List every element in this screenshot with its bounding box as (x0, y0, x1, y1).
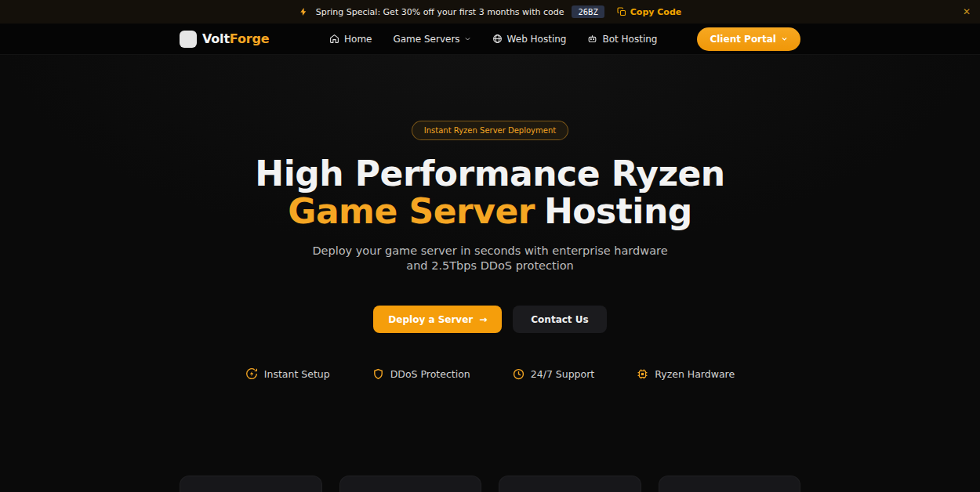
deploy-server-label: Deploy a Server (388, 314, 473, 325)
stats-row: 5,000+ 500K+ 99.9% <1 Hour (180, 476, 800, 492)
chevron-down-icon (781, 35, 788, 42)
feature-ddos-protection: DDoS Protection (372, 367, 470, 380)
chevron-down-icon (464, 35, 471, 42)
cpu-icon (637, 368, 648, 380)
nav-item-game-servers[interactable]: Game Servers (393, 34, 470, 45)
client-portal-label: Client Portal (710, 34, 776, 45)
brand-logo[interactable] (180, 31, 197, 48)
nav-item-label: Game Servers (393, 34, 459, 45)
copy-code-button[interactable]: Copy Code (617, 7, 681, 17)
nav-item-label: Bot Hosting (602, 34, 657, 45)
contact-us-button[interactable]: Contact Us (513, 306, 606, 333)
feature-label: 24/7 Support (531, 368, 594, 380)
stat-card-response: <1 Hour (659, 476, 801, 492)
arrow-right-icon: → (479, 314, 487, 325)
stat-card-uptime: 99.9% (499, 476, 641, 492)
nav-item-label: Home (344, 34, 372, 45)
shield-icon (372, 368, 384, 380)
navbar: VoltForge Home Game Servers Web Hosting (0, 24, 980, 55)
bot-icon (587, 34, 597, 44)
home-icon (329, 34, 339, 44)
banner-close-button[interactable]: ✕ (963, 7, 971, 16)
feature-support: 24/7 Support (513, 367, 594, 380)
feature-label: Instant Setup (264, 368, 330, 380)
feature-row: Instant Setup DDoS Protection 24/7 Suppo… (0, 367, 980, 380)
client-portal-button[interactable]: Client Portal (697, 27, 800, 51)
nav-links: Home Game Servers Web Hosting Bot Hostin… (329, 27, 800, 51)
promo-code: 26BZ (572, 5, 604, 18)
copy-icon (617, 7, 626, 16)
nav-item-label: Web Hosting (507, 34, 567, 45)
stat-card-players: 500K+ (339, 476, 482, 492)
feature-label: Ryzen Hardware (655, 368, 735, 380)
page-title: High Performance Ryzen Game ServerHostin… (0, 155, 980, 230)
title-line1: High Performance Ryzen (255, 154, 724, 194)
feature-ryzen-hardware: Ryzen Hardware (637, 367, 735, 380)
clock-icon (513, 368, 524, 380)
brand-name[interactable]: VoltForge (202, 31, 269, 46)
promo-banner: Spring Special: Get 30% off your first 3… (0, 0, 980, 24)
globe-icon (492, 34, 503, 44)
instant-icon (245, 367, 258, 380)
bolt-icon (299, 7, 308, 16)
feature-instant-setup: Instant Setup (245, 367, 330, 380)
nav-item-home[interactable]: Home (329, 34, 372, 45)
brand-volt: Volt (202, 31, 230, 46)
feature-label: DDoS Protection (390, 368, 470, 380)
hero-section: Instant Ryzen Server Deployment High Per… (0, 55, 980, 380)
nav-item-web-hosting[interactable]: Web Hosting (492, 34, 567, 45)
title-line2-rest: Hosting (544, 191, 692, 231)
brand-forge: Forge (230, 31, 269, 46)
nav-item-bot-hosting[interactable]: Bot Hosting (587, 34, 657, 45)
promo-text: Spring Special: Get 30% off your first 3… (316, 7, 564, 17)
hero-badge: Instant Ryzen Server Deployment (412, 121, 568, 140)
copy-code-label: Copy Code (630, 7, 681, 17)
cta-row: Deploy a Server → Contact Us (0, 306, 980, 333)
hero-subtitle: Deploy your game server in seconds with … (302, 244, 678, 273)
title-accent: Game Server (288, 191, 535, 231)
deploy-server-button[interactable]: Deploy a Server → (373, 306, 502, 333)
stat-card-servers: 5,000+ (180, 476, 322, 492)
